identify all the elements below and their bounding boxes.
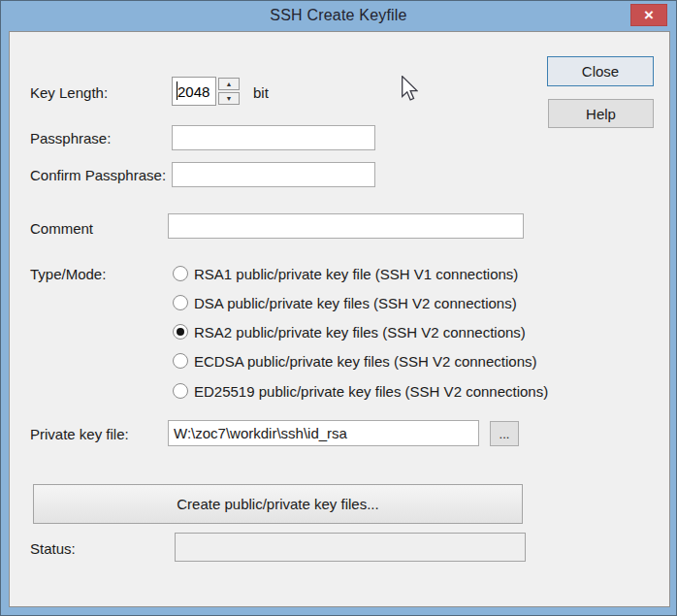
key-length-spinner: ▲ ▼ [172, 77, 240, 106]
radio-dsa[interactable]: DSA public/private key files (SSH V2 con… [173, 294, 517, 311]
create-keyfiles-button[interactable]: Create public/private key files... [33, 484, 523, 524]
text-caret [177, 81, 177, 100]
spin-down-button[interactable]: ▼ [218, 92, 240, 105]
radio-ed25519-label[interactable]: ED25519 public/private key files (SSH V2… [194, 383, 548, 400]
titlebar[interactable]: SSH Create Keyfile × [1, 1, 676, 31]
passphrase-input[interactable] [172, 125, 375, 150]
key-length-label: Key Length: [30, 84, 108, 101]
spin-up-button[interactable]: ▲ [218, 78, 240, 90]
key-length-unit-label: bit [253, 84, 269, 101]
radio-rsa1-label[interactable]: RSA1 public/private key file (SSH V1 con… [194, 266, 518, 282]
radio-button-icon[interactable] [173, 353, 188, 369]
radio-button-icon[interactable] [173, 324, 188, 340]
radio-button-icon[interactable] [173, 266, 188, 281]
passphrase-label: Passphrase: [30, 130, 111, 146]
close-icon: × [644, 6, 654, 24]
close-window-button[interactable]: × [630, 4, 667, 26]
type-mode-label: Type/Mode: [30, 266, 106, 282]
radio-ed25519[interactable]: ED25519 public/private key files (SSH V2… [173, 382, 548, 400]
radio-ecdsa[interactable]: ECDSA public/private key files (SSH V2 c… [173, 352, 537, 370]
close-button[interactable]: Close [547, 56, 654, 86]
radio-rsa2[interactable]: RSA2 public/private key files (SSH V2 co… [173, 323, 526, 340]
radio-button-icon[interactable] [173, 295, 188, 310]
confirm-passphrase-label: Confirm Passphrase: [30, 167, 166, 183]
private-key-file-label: Private key file: [30, 426, 129, 442]
comment-label: Comment [30, 220, 93, 237]
spin-down-icon: ▼ [226, 95, 233, 102]
radio-button-icon[interactable] [173, 383, 188, 399]
radio-rsa1[interactable]: RSA1 public/private key file (SSH V1 con… [173, 265, 518, 282]
confirm-passphrase-input[interactable] [172, 162, 375, 187]
ssh-create-keyfile-dialog: SSH Create Keyfile × Key Length: ▲ ▼ bit… [0, 0, 677, 616]
window-title: SSH Create Keyfile [1, 1, 676, 30]
radio-rsa2-label[interactable]: RSA2 public/private key files (SSH V2 co… [194, 324, 526, 340]
radio-ecdsa-label[interactable]: ECDSA public/private key files (SSH V2 c… [194, 353, 537, 370]
spin-up-icon: ▲ [226, 81, 233, 87]
private-key-file-input[interactable] [168, 420, 479, 446]
help-button[interactable]: Help [548, 99, 654, 128]
status-field [175, 533, 526, 562]
radio-dsa-label[interactable]: DSA public/private key files (SSH V2 con… [194, 295, 517, 311]
status-label: Status: [30, 540, 76, 557]
comment-input[interactable] [168, 213, 524, 239]
browse-button[interactable]: ... [490, 421, 519, 446]
key-length-input[interactable] [172, 77, 216, 106]
